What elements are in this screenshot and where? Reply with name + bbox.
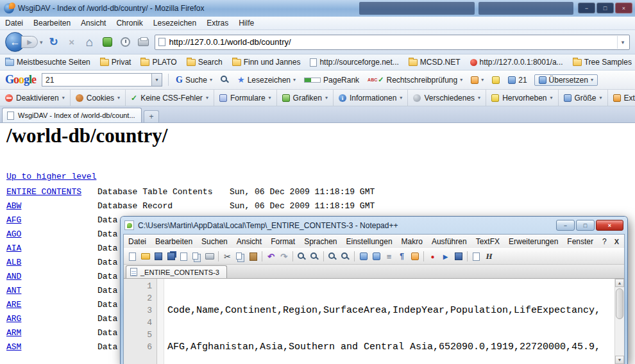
- entry-link[interactable]: ARE: [6, 300, 21, 310]
- entry-link[interactable]: ANT: [6, 286, 21, 295]
- bookmark-item[interactable]: http://127.0.0.1:8001/a...: [470, 58, 563, 67]
- feed-button[interactable]: [101, 35, 115, 50]
- webdev-information-menu[interactable]: iInformationen▾: [334, 90, 408, 106]
- bookmark-item[interactable]: PLATO: [140, 58, 176, 67]
- copy-button[interactable]: [235, 251, 246, 261]
- undo-button[interactable]: ↶: [266, 251, 276, 261]
- entry-link[interactable]: AIA: [6, 244, 21, 253]
- menu-erweiterungen[interactable]: Erweiterungen: [504, 237, 563, 246]
- bookmark-item[interactable]: Finn und Jannes: [232, 58, 301, 67]
- up-to-higher-level-link[interactable]: Up to higher level: [6, 172, 96, 181]
- paste-button[interactable]: [248, 251, 258, 261]
- google-search-button[interactable]: GSuche▾: [174, 75, 214, 85]
- search-history-dropdown-icon[interactable]: ▾: [151, 74, 162, 86]
- highlighter-button[interactable]: [491, 76, 501, 84]
- menu-bearbeiten[interactable]: Bearbeiten: [28, 19, 76, 28]
- webdev-cookies-menu[interactable]: Cookies▾: [71, 90, 126, 106]
- result-counter[interactable]: 21: [507, 76, 528, 85]
- menu-suchen[interactable]: Suchen: [197, 237, 232, 246]
- close-all-button[interactable]: [191, 251, 202, 261]
- bookmark-item[interactable]: Privat: [100, 58, 131, 67]
- stop-button[interactable]: ×: [65, 35, 79, 50]
- google-bookmarks-button[interactable]: ★Lesezeichen▾: [236, 75, 297, 85]
- cut-button[interactable]: ✂: [222, 251, 233, 261]
- entry-link[interactable]: ARM: [6, 328, 21, 338]
- close-button[interactable]: ×: [596, 220, 623, 231]
- print-button[interactable]: [204, 251, 215, 261]
- close-button[interactable]: ×: [615, 3, 632, 13]
- google-search-input[interactable]: 21 ▾: [42, 73, 162, 87]
- webdev-forms-menu[interactable]: Formulare▾: [214, 90, 277, 106]
- pagerank-indicator[interactable]: PageRank: [303, 76, 360, 85]
- show-symbols-button[interactable]: ¶: [396, 251, 407, 261]
- close-document-button[interactable]: X: [614, 238, 619, 245]
- zoom-out-button[interactable]: [340, 251, 351, 261]
- bookmark-item[interactable]: Meistbesuchte Seiten: [5, 58, 90, 67]
- menu-hilfe[interactable]: Hilfe: [233, 19, 259, 28]
- zoom-in-button[interactable]: [327, 251, 338, 261]
- notepadpp-titlebar[interactable]: C:\Users\Martin\AppData\Local\Temp\_ENTI…: [121, 217, 627, 234]
- google-search-value[interactable]: 21: [42, 76, 151, 85]
- home-button[interactable]: ⌂: [83, 35, 97, 50]
- sync-vertical-button[interactable]: [358, 251, 369, 261]
- replace-button[interactable]: [309, 251, 320, 261]
- menu-fenster[interactable]: Fenster: [563, 237, 598, 246]
- menu-ansicht[interactable]: Ansicht: [76, 19, 111, 28]
- menu-makro[interactable]: Makro: [397, 237, 427, 246]
- play-macro-button[interactable]: ▶: [440, 251, 451, 261]
- scroll-down-icon[interactable]: ▼: [615, 356, 624, 364]
- menu-sprachen[interactable]: Sprachen: [300, 237, 341, 246]
- editor-area[interactable]: 1 2 3 4 5 6 Code,Name,Continent,Region,S…: [124, 279, 624, 364]
- save-all-button[interactable]: [165, 251, 176, 261]
- text-content[interactable]: Code,Name,Continent,Region,SurfaceArea,I…: [164, 279, 614, 364]
- url-bar[interactable]: http://127.0.0.1/world-db/country/ ▾: [155, 35, 630, 50]
- webdev-resize-menu[interactable]: Größe▾: [559, 90, 608, 106]
- menu-format[interactable]: Format: [266, 237, 300, 246]
- entry-link[interactable]: ASM: [6, 342, 21, 352]
- history-dropdown-icon[interactable]: ▾: [40, 39, 43, 46]
- save-macro-button[interactable]: [453, 251, 464, 261]
- hex-editor-button[interactable]: H: [484, 251, 495, 261]
- bookmark-item[interactable]: http://sourceforge.net...: [310, 58, 398, 67]
- entry-link[interactable]: ABW: [6, 201, 21, 211]
- vertical-scrollbar[interactable]: ▲ ▼: [614, 279, 624, 364]
- history-clock-button[interactable]: [119, 35, 133, 50]
- menu-ansicht[interactable]: Ansicht: [232, 237, 266, 246]
- webdev-css-menu[interactable]: ✓Keine CSS-Fehler▾: [126, 90, 214, 106]
- maximize-button[interactable]: □: [597, 3, 614, 13]
- redo-button[interactable]: ↷: [278, 251, 289, 261]
- menu-lesezeichen[interactable]: Lesezeichen: [148, 19, 201, 28]
- site-search-button[interactable]: [219, 76, 230, 84]
- print-button[interactable]: [137, 35, 151, 50]
- minimize-button[interactable]: −: [578, 3, 595, 13]
- webdev-outline-menu[interactable]: Hervorheben▾: [486, 90, 558, 106]
- spellcheck-button[interactable]: ABC✓Rechtschreibprüfung▾: [366, 76, 464, 85]
- url-text[interactable]: http://127.0.0.1/world-db/country/: [169, 37, 613, 47]
- doc-map-button[interactable]: [471, 251, 482, 261]
- url-dropdown-icon[interactable]: ▾: [617, 36, 628, 49]
- bookmark-item[interactable]: MCSD.NET: [409, 58, 461, 67]
- tab-wsgidav[interactable]: WsgiDAV - Index of /world-db/count...: [2, 108, 142, 122]
- menu-einstellungen[interactable]: Einstellungen: [342, 237, 397, 246]
- new-file-button[interactable]: [127, 251, 138, 261]
- forward-button[interactable]: ▶: [21, 36, 38, 48]
- webdev-tools-menu[interactable]: Extras▾: [608, 90, 635, 106]
- reload-button[interactable]: ↻: [47, 35, 61, 50]
- webdev-disable-menu[interactable]: Deaktivieren▾: [0, 90, 71, 106]
- record-macro-button[interactable]: ●: [427, 251, 438, 261]
- menu-datei[interactable]: Datei: [0, 19, 28, 28]
- entry-link[interactable]: ALB: [6, 258, 21, 267]
- entry-link[interactable]: AFG: [6, 215, 21, 225]
- entry-link[interactable]: ARG: [6, 314, 21, 324]
- save-button[interactable]: [153, 251, 164, 261]
- close-file-button[interactable]: [178, 251, 189, 261]
- bookmark-item[interactable]: Search: [187, 58, 223, 67]
- new-tab-button[interactable]: +: [144, 110, 159, 122]
- entry-link[interactable]: AGO: [6, 229, 21, 239]
- menu-bearbeiten[interactable]: Bearbeiten: [151, 237, 197, 246]
- tab-entire-contents[interactable]: _ENTIRE_CONTENTS-3: [126, 265, 227, 278]
- find-button[interactable]: [296, 251, 307, 261]
- scroll-up-icon[interactable]: ▲: [615, 279, 624, 287]
- menu-extras[interactable]: Extras: [201, 19, 233, 28]
- indent-guide-button[interactable]: [409, 251, 420, 261]
